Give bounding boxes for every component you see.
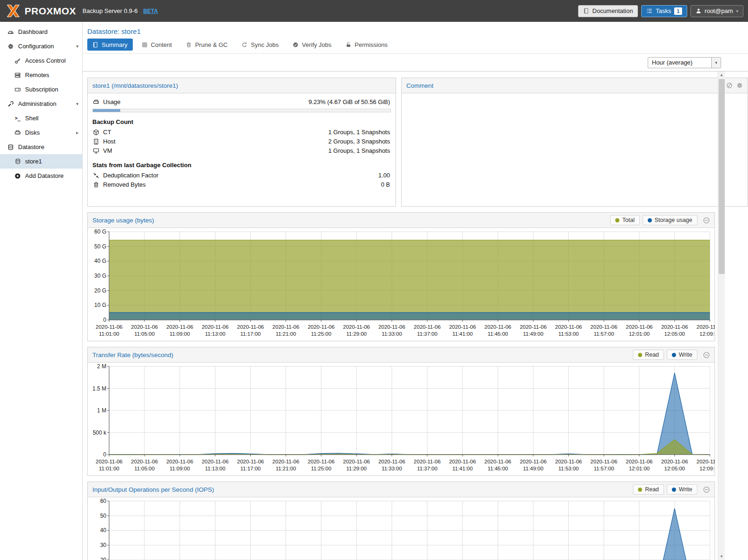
x-axis-label: 2020-11-0611:37:00 <box>409 324 446 338</box>
y-axis-label: 60 <box>88 498 106 504</box>
panel-header: Storage usage (bytes) Total Storage usag… <box>88 213 715 228</box>
panel-header: Transfer Rate (bytes/second) Read Write <box>88 347 715 363</box>
sidebar-item-shell[interactable]: >_ Shell <box>0 111 82 125</box>
panel-title: Input/Output Operations per Second (IOPS… <box>92 486 214 493</box>
x-axis-label: 2020-11-0611:33:00 <box>373 324 410 338</box>
storage-usage-chart: 60 G50 G40 G30 G20 G10 G02020-11-0611:01… <box>88 228 715 341</box>
sidebar-item-label: Remotes <box>25 72 49 78</box>
legend-item-write[interactable]: Write <box>667 350 697 360</box>
collapse-icon[interactable] <box>703 217 710 224</box>
collapse-icon[interactable] <box>703 352 710 358</box>
ticket-icon <box>13 86 22 93</box>
legend-item-total[interactable]: Total <box>610 215 639 225</box>
trash-icon <box>186 42 192 48</box>
sidebar-item-label: Add Datastore <box>25 172 64 179</box>
legend-label: Storage usage <box>655 217 692 223</box>
ban-icon[interactable] <box>726 82 733 89</box>
chart-canvas <box>88 228 715 322</box>
tab-prune-gc[interactable]: Prune & GC <box>181 39 233 51</box>
chevron-down-icon[interactable]: ▾ <box>76 44 78 49</box>
scroll-up-arrow[interactable]: ▲ <box>718 72 725 78</box>
sidebar-item-remotes[interactable]: Remotes <box>0 68 82 82</box>
transfer-rate-panel: Transfer Rate (bytes/second) Read Write <box>87 347 715 476</box>
sidebar-item-dashboard[interactable]: Dashboard <box>0 25 82 39</box>
chevron-right-icon[interactable]: ▸ <box>76 130 78 135</box>
transfer-rate-chart: 2 M1.5 M1 M500 k02020-11-0611:01:002020-… <box>88 363 715 475</box>
y-axis-label: 1.5 M <box>88 385 106 392</box>
sidebar-item-disks[interactable]: Disks ▸ <box>0 125 82 140</box>
chevron-down-icon[interactable]: ▾ <box>711 58 721 68</box>
legend-item-read[interactable]: Read <box>633 350 664 360</box>
legend-item-write[interactable]: Write <box>667 484 697 495</box>
tab-label: Permissions <box>355 41 388 48</box>
chevron-down-icon[interactable]: ▾ <box>76 101 78 106</box>
gc-row-removed-bytes: Removed Bytes 0 B <box>88 180 396 189</box>
storage-usage-panel: Storage usage (bytes) Total Storage usag… <box>87 212 715 341</box>
sidebar-item-store1[interactable]: store1 <box>0 154 82 169</box>
tab-label: Summary <box>102 41 128 48</box>
y-axis-label: 40 G <box>88 258 106 264</box>
chart-legend: Read Write <box>630 484 710 495</box>
y-axis-label: 2 M <box>88 363 106 370</box>
sidebar-item-configuration[interactable]: Configuration ▾ <box>0 39 82 53</box>
scroll-down-arrow[interactable]: ▼ <box>718 553 725 560</box>
y-axis-label: 20 <box>88 557 106 560</box>
x-axis-label: 2020-11-0612:05:00 <box>656 324 693 338</box>
tab-verify-jobs[interactable]: Verify Jobs <box>287 39 337 51</box>
user-label: root@pam <box>705 7 733 14</box>
display-icon <box>92 148 100 154</box>
documentation-button[interactable]: Documentation <box>578 5 638 17</box>
gear-icon[interactable] <box>736 82 743 89</box>
tab-sync-jobs[interactable]: Sync Jobs <box>236 39 284 51</box>
sidebar-item-subscription[interactable]: Subscription <box>0 82 82 97</box>
beta-link[interactable]: BETA <box>143 8 158 14</box>
tab-label: Verify Jobs <box>302 41 332 48</box>
backup-count-title: Backup Count <box>88 112 396 128</box>
iops-chart: 60504030201002020-11-0611:01:002020-11-0… <box>88 497 715 560</box>
y-axis-label: 30 <box>88 542 106 548</box>
sidebar-item-access-control[interactable]: Access Control <box>0 53 82 68</box>
time-range-select[interactable]: Hour (average) ▾ <box>648 57 721 68</box>
panel-title: Transfer Rate (bytes/second) <box>92 352 173 358</box>
legend-label: Read <box>645 352 659 358</box>
x-axis-label: 2020-11-0611:41:00 <box>444 458 481 472</box>
user-menu-button[interactable]: root@pam ▾ <box>690 5 743 17</box>
x-axis-label: 2020-11-0611:09:00 <box>161 458 198 472</box>
legend-dot <box>648 218 652 222</box>
tab-permissions[interactable]: Permissions <box>340 39 393 51</box>
x-axis-label: 2020-11-0612:01:00 <box>621 458 658 472</box>
brand-name: PROXMOX <box>25 6 76 17</box>
legend-item-read[interactable]: Read <box>633 484 664 495</box>
sidebar-item-add-datastore[interactable]: Add Datastore <box>0 169 82 183</box>
tab-content[interactable]: Content <box>137 39 177 51</box>
tab-label: Prune & GC <box>195 41 228 48</box>
usage-label: Usage <box>103 98 121 105</box>
brand: PROXMOX Backup Server 0.9-6 BETA <box>5 4 158 18</box>
product-version: Backup Server 0.9-6 <box>83 7 138 14</box>
x-axis-label: 2020-11-0611:49:00 <box>514 324 552 338</box>
y-axis-label: 50 G <box>88 243 106 250</box>
panel-header: store1 (/mnt/datastores/store1) <box>88 78 396 93</box>
tasks-button[interactable]: Tasks 1 <box>641 5 687 17</box>
sidebar-item-datastore[interactable]: Datastore <box>0 140 82 154</box>
row-label: Removed Bytes <box>103 181 146 188</box>
sidebar-item-label: Dashboard <box>18 28 48 35</box>
backup-count-row-ct: CT 1 Groups, 1 Snapshots <box>88 128 396 137</box>
server-icon <box>13 72 22 78</box>
legend-item-storage-usage[interactable]: Storage usage <box>643 215 697 225</box>
x-axis-label: 2020-11-0611:21:00 <box>267 324 305 338</box>
sidebar-item-administration[interactable]: Administration ▾ <box>0 97 82 111</box>
collapse-icon[interactable] <box>703 486 710 493</box>
x-axis-label: 2020-11-0611:45:00 <box>479 458 516 472</box>
usage-row: Usage 9.23% (4.67 GiB of 50.56 GiB) <box>88 93 396 105</box>
building-icon <box>92 138 100 145</box>
x-axis-label: 2020-11-0611:05:00 <box>126 324 163 338</box>
x-axis-label: 2020-11-0611:05:00 <box>126 458 163 472</box>
sidebar-item-label: Access Control <box>25 57 65 64</box>
tab-summary[interactable]: Summary <box>87 39 133 51</box>
scrollbar-thumb[interactable] <box>719 79 725 274</box>
x-axis-label: 2020-11-0611:01:00 <box>91 324 128 338</box>
row-value: 2 Groups, 3 Snapshots <box>328 138 390 145</box>
comment-content[interactable] <box>402 93 748 103</box>
x-axis-label: 2020-11-0611:37:00 <box>409 458 446 472</box>
